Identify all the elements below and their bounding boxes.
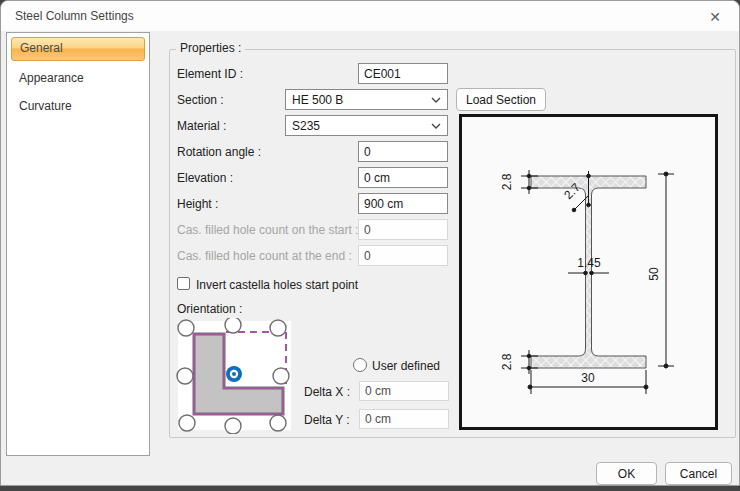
user-defined-radio[interactable] bbox=[353, 358, 367, 372]
invert-castella-checkbox[interactable] bbox=[177, 277, 190, 290]
dim-web-thickness: 1.45 bbox=[577, 256, 601, 270]
orientation-anchor-bottom-left[interactable] bbox=[179, 415, 195, 431]
delta-x-label: Delta X : bbox=[304, 385, 350, 399]
cas-hole-end-input bbox=[358, 245, 448, 266]
sidebar-item-appearance[interactable]: Appearance bbox=[11, 67, 145, 89]
dim-total-height: 50 bbox=[647, 267, 661, 281]
background-strip bbox=[0, 486, 740, 491]
element-id-input[interactable] bbox=[358, 63, 448, 84]
sidebar-item-general[interactable]: General bbox=[11, 37, 145, 61]
section-preview-panel: 2.8 2.8 50 30 1.45 2.7 bbox=[459, 114, 718, 430]
title-bar: Steel Column Settings ✕ bbox=[1, 1, 739, 31]
chevron-down-icon bbox=[431, 123, 441, 129]
material-combobox[interactable]: S235 bbox=[285, 115, 448, 136]
dim-total-width: 30 bbox=[581, 371, 595, 385]
chevron-down-icon bbox=[431, 97, 441, 103]
element-id-label: Element ID : bbox=[177, 67, 243, 81]
height-label: Height : bbox=[177, 197, 218, 211]
cas-hole-start-label: Cas. filled hole count on the start : bbox=[177, 223, 358, 237]
material-label: Material : bbox=[177, 119, 226, 133]
elevation-label: Elevation : bbox=[177, 171, 233, 185]
invert-castella-label: Invert castella holes start point bbox=[196, 278, 358, 292]
section-label: Section : bbox=[177, 93, 224, 107]
close-icon[interactable]: ✕ bbox=[699, 5, 731, 29]
cas-hole-end-label: Cas. filled hole count at the end : bbox=[177, 249, 352, 263]
orientation-anchor-bottom-right[interactable] bbox=[270, 415, 286, 431]
delta-y-input bbox=[359, 409, 449, 429]
ok-button[interactable]: OK bbox=[596, 462, 657, 485]
material-value: S235 bbox=[292, 119, 320, 133]
load-section-button[interactable]: Load Section bbox=[456, 88, 546, 111]
sidebar: General Appearance Curvature bbox=[6, 32, 150, 456]
cas-hole-start-input bbox=[358, 219, 448, 240]
section-preview-drawing: 2.8 2.8 50 30 1.45 2.7 bbox=[462, 117, 715, 427]
section-value: HE 500 B bbox=[292, 93, 343, 107]
dim-flange-bottom: 2.8 bbox=[500, 353, 514, 370]
delta-x-input bbox=[359, 381, 449, 401]
orientation-anchor-top-left[interactable] bbox=[178, 320, 194, 336]
orientation-anchor-bottom-center[interactable] bbox=[225, 418, 241, 434]
rotation-angle-input[interactable] bbox=[358, 141, 448, 162]
dim-flange-top: 2.8 bbox=[500, 173, 514, 190]
delta-y-label: Delta Y : bbox=[304, 413, 350, 427]
rotation-angle-label: Rotation angle : bbox=[177, 145, 261, 159]
sidebar-item-curvature[interactable]: Curvature bbox=[11, 95, 145, 117]
window-title: Steel Column Settings bbox=[15, 9, 134, 23]
orientation-anchor-middle-left[interactable] bbox=[177, 368, 193, 384]
user-defined-label: User defined bbox=[372, 359, 440, 373]
elevation-input[interactable] bbox=[358, 167, 448, 188]
orientation-anchor-top-right[interactable] bbox=[270, 320, 286, 336]
orientation-anchor-middle-right[interactable] bbox=[273, 368, 289, 384]
properties-group-label: Properties : bbox=[176, 41, 245, 55]
steel-column-settings-dialog: Steel Column Settings ✕ General Appearan… bbox=[0, 0, 740, 486]
orientation-label: Orientation : bbox=[177, 302, 242, 316]
orientation-anchor-center-selected[interactable] bbox=[226, 366, 242, 382]
section-combobox[interactable]: HE 500 B bbox=[285, 89, 448, 110]
orientation-anchor-top-center[interactable] bbox=[225, 318, 241, 333]
height-input[interactable] bbox=[358, 193, 448, 214]
cancel-button[interactable]: Cancel bbox=[665, 462, 732, 485]
screen: Steel Column Settings ✕ General Appearan… bbox=[0, 0, 740, 491]
